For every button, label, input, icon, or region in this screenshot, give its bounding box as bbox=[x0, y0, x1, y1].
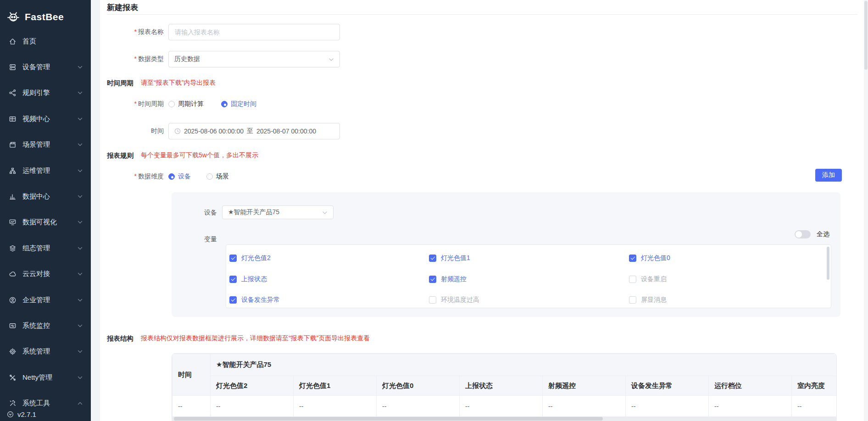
checkbox-icon[interactable] bbox=[429, 276, 436, 283]
radio-icon[interactable] bbox=[168, 101, 175, 107]
sidebar-item-device-management[interactable]: 设备管理 bbox=[0, 54, 91, 80]
required-star: * bbox=[134, 100, 137, 107]
checkbox-icon[interactable] bbox=[429, 255, 436, 262]
chevron-down-icon bbox=[328, 56, 334, 62]
cloud-icon bbox=[9, 270, 17, 278]
enterprise-icon bbox=[9, 296, 17, 304]
variable-checkbox-item[interactable]: 射频遥控 bbox=[429, 272, 467, 286]
time-range-picker[interactable]: 2025-08-06 00:00:00 至 2025-08-07 00:00:0… bbox=[168, 123, 340, 139]
checkbox-icon[interactable] bbox=[229, 276, 237, 283]
scrollbar-thumb[interactable] bbox=[174, 417, 603, 421]
monitor-icon bbox=[9, 322, 17, 330]
radio-icon[interactable] bbox=[206, 173, 213, 180]
radio-device[interactable]: 设备 bbox=[168, 172, 191, 181]
app-logo[interactable]: FastBee bbox=[6, 10, 64, 24]
table-cell: -- bbox=[709, 396, 792, 417]
page-title: 新建报表 bbox=[107, 2, 138, 13]
sidebar-item-cloud-integration[interactable]: 云云对接 bbox=[0, 261, 91, 287]
tools-icon bbox=[9, 399, 17, 407]
select-all-toggle[interactable] bbox=[795, 230, 811, 238]
period-type-label: *时间周期 bbox=[100, 100, 164, 108]
page-header: 新建报表 bbox=[107, 0, 857, 15]
chevron-down-icon bbox=[78, 271, 83, 277]
radio-icon[interactable] bbox=[168, 173, 175, 180]
sidebar-item-data-center[interactable]: 数据中心 bbox=[0, 183, 91, 209]
version-label: v2.7.1 bbox=[17, 410, 36, 418]
chevron-down-icon bbox=[78, 220, 83, 225]
time-range-label: 时间 bbox=[100, 127, 164, 135]
chevron-down-icon bbox=[78, 90, 83, 95]
radio-fixed-time[interactable]: 固定时间 bbox=[221, 100, 256, 108]
time-range-row: 时间 2025-08-06 00:00:00 至 2025-08-07 00:0… bbox=[100, 123, 340, 139]
chevron-down-icon bbox=[78, 116, 83, 122]
scrollbar-thumb[interactable] bbox=[864, 1, 868, 70]
version-icon bbox=[7, 411, 14, 418]
table-header-cell: 灯光色值1 bbox=[294, 376, 377, 396]
variable-checkbox-item[interactable]: 屏显消息 bbox=[629, 293, 667, 307]
report-name-label: *报表名称 bbox=[100, 28, 164, 36]
sidebar-item-video-center[interactable]: 视频中心 bbox=[0, 106, 91, 132]
variable-checkbox-item[interactable]: 上报状态 bbox=[229, 272, 267, 286]
version-badge[interactable]: v2.7.1 bbox=[7, 409, 36, 420]
report-name-input[interactable] bbox=[168, 24, 340, 40]
report-structure-table: 时间 ★智能开关产品75 灯光色值2 灯光色值1 灯光色值0 上报状态 射频遥控… bbox=[172, 353, 837, 421]
sidebar-item-rule-engine[interactable]: 规则引擎 bbox=[0, 80, 91, 106]
variable-checkbox-item[interactable]: 灯光色值2 bbox=[229, 251, 271, 265]
checkbox-icon[interactable] bbox=[229, 296, 237, 304]
sidebar-item-scene-management[interactable]: 场景管理 bbox=[0, 132, 91, 158]
variable-list-scrollbar[interactable] bbox=[827, 247, 829, 280]
table-header-cell: 射频遥控 bbox=[543, 376, 626, 396]
variable-checkbox-item[interactable]: 灯光色值0 bbox=[629, 251, 670, 265]
table-cell: -- bbox=[792, 396, 837, 417]
checkbox-icon[interactable] bbox=[429, 296, 436, 304]
data-dimension-label: *数据维度 bbox=[100, 172, 164, 181]
checkbox-icon[interactable] bbox=[229, 255, 237, 262]
chevron-down-icon bbox=[78, 168, 83, 173]
add-button[interactable]: 添加 bbox=[815, 169, 842, 182]
video-icon bbox=[9, 115, 17, 123]
home-icon bbox=[9, 38, 17, 45]
clock-icon bbox=[174, 128, 181, 134]
sidebar-item-configuration-management[interactable]: 组态管理 bbox=[0, 235, 91, 261]
page-scrollbar[interactable] bbox=[864, 0, 868, 421]
radio-period-calc[interactable]: 周期计算 bbox=[168, 100, 204, 108]
data-type-select[interactable]: 历史数据 bbox=[168, 51, 340, 67]
section-hint: 请至“报表下载”内导出报表 bbox=[141, 79, 216, 87]
sidebar-item-system-monitoring[interactable]: 系统监控 bbox=[0, 313, 91, 338]
table-horizontal-scrollbar[interactable] bbox=[172, 417, 837, 421]
sidebar-item-netty-management[interactable]: Netty管理 bbox=[0, 365, 91, 390]
chevron-down-icon bbox=[322, 210, 328, 215]
section-title: 报表规则 bbox=[107, 151, 134, 160]
sidebar-item-ops-management[interactable]: 运维管理 bbox=[0, 158, 91, 183]
sidebar-item-enterprise-management[interactable]: 企业管理 bbox=[0, 287, 91, 313]
ops-icon bbox=[9, 167, 17, 175]
checkbox-icon[interactable] bbox=[629, 296, 636, 304]
variable-checkbox-item[interactable]: 环境温度过高 bbox=[429, 293, 479, 307]
device-select[interactable]: ★智能开关产品75 bbox=[222, 205, 334, 219]
table-cell: -- bbox=[172, 396, 211, 417]
table-cell: -- bbox=[460, 396, 543, 417]
required-star: * bbox=[134, 28, 137, 35]
chevron-up-icon bbox=[78, 401, 83, 406]
radio-icon[interactable] bbox=[221, 101, 228, 107]
variable-checkbox-item[interactable]: 设备重启 bbox=[629, 272, 667, 286]
variable-checkbox-item[interactable]: 灯光色值1 bbox=[429, 251, 470, 265]
variable-checkbox-list: 灯光色值2 灯光色值1 灯光色值0 上报状态 射频遥控 设备重启 bbox=[226, 244, 831, 308]
table-header-time: 时间 bbox=[172, 354, 211, 396]
table-header-cell: 室内亮度 bbox=[792, 376, 837, 396]
variable-checkbox-item[interactable]: 设备发生异常 bbox=[229, 293, 280, 307]
variables-label: 变量 bbox=[204, 235, 217, 244]
sidebar-item-data-visualization[interactable]: 数据可视化 bbox=[0, 210, 91, 235]
chevron-down-icon bbox=[78, 349, 83, 354]
sidebar-item-home[interactable]: 首页 bbox=[0, 28, 91, 54]
chevron-down-icon bbox=[78, 194, 83, 199]
table-cell: -- bbox=[294, 396, 377, 417]
radio-scene[interactable]: 场景 bbox=[206, 172, 229, 181]
period-type-row: *时间周期 周期计算 固定时间 bbox=[100, 100, 256, 109]
chevron-down-icon bbox=[78, 375, 83, 380]
checkbox-icon[interactable] bbox=[629, 255, 636, 262]
checkbox-icon[interactable] bbox=[629, 276, 636, 283]
sidebar-item-system-management[interactable]: 系统管理 bbox=[0, 339, 91, 365]
section-hint: 报表结构仅对报表数据框架进行展示，详细数据请至“报表下载”页面导出报表查看 bbox=[141, 334, 370, 343]
required-star: * bbox=[134, 172, 137, 180]
